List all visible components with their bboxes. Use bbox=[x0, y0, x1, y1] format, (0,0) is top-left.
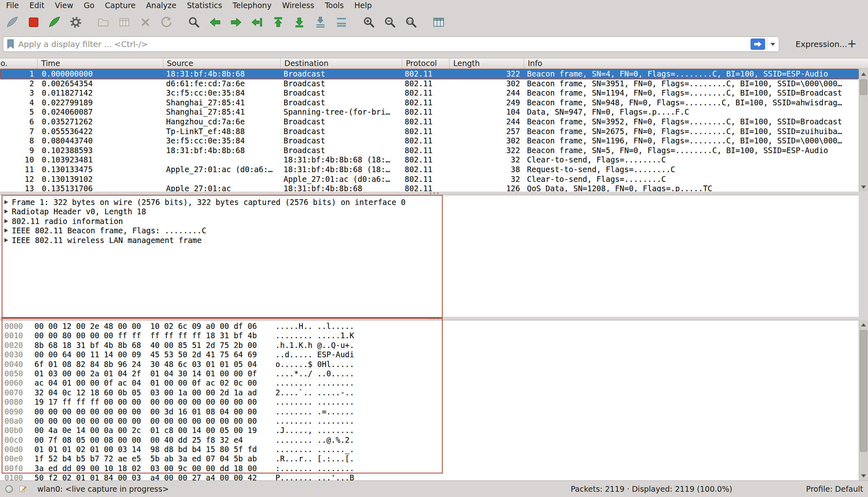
zoom-normal-button[interactable]: 1:1 bbox=[401, 13, 422, 32]
hex-row[interactable]: 0060 ac 04 01 00 00 0f ac 04 01 00 00 0f… bbox=[0, 378, 859, 388]
display-filter-box[interactable] bbox=[3, 36, 779, 52]
expander-arrow-icon[interactable] bbox=[4, 228, 8, 233]
hex-row[interactable]: 0020 8b 68 18 31 bf 4b 8b 68 40 00 85 51… bbox=[0, 341, 859, 350]
packet-row[interactable]: 12 0.130139102 Apple_27:01:ac (d0:a6:… 8… bbox=[0, 175, 859, 184]
menu-item[interactable]: View bbox=[50, 0, 79, 11]
hex-row[interactable]: 0080 19 17 ff ff ff 00 00 00 00 00 00 00… bbox=[0, 397, 859, 407]
column-header[interactable]: Time bbox=[38, 58, 163, 68]
scroll-down-button[interactable] bbox=[859, 182, 868, 192]
scroll-down-button[interactable] bbox=[859, 471, 868, 480]
detail-tree-row[interactable]: Frame 1: 322 bytes on wire (2576 bits), … bbox=[0, 197, 859, 207]
capture-comment-icon[interactable] bbox=[19, 485, 27, 493]
apply-filter-button[interactable] bbox=[751, 38, 765, 50]
hex-row[interactable]: 0070 32 04 0c 12 18 60 0b 05 03 00 1a 00… bbox=[0, 388, 859, 397]
expander-arrow-icon[interactable] bbox=[4, 238, 8, 242]
hex-row[interactable]: 0090 00 00 00 00 00 00 00 00 00 3d 16 01… bbox=[0, 407, 859, 416]
column-header[interactable]: Protocol bbox=[402, 58, 450, 68]
profile-button[interactable]: Profile: Default bbox=[806, 484, 863, 493]
packet-list-header: No.TimeSourceDestinationProtocolLengthIn… bbox=[0, 58, 868, 69]
expander-arrow-icon[interactable] bbox=[4, 219, 8, 223]
hex-row[interactable]: 0050 01 03 00 00 2a 01 04 2f 01 04 30 14… bbox=[0, 369, 859, 378]
scrollbar-thumb[interactable] bbox=[860, 79, 867, 95]
menu-item[interactable]: Edit bbox=[24, 0, 50, 11]
menu-item[interactable]: Go bbox=[79, 0, 100, 11]
packet-row[interactable]: 5 0.024060087 Shanghai_27:85:41 Spanning… bbox=[0, 107, 859, 117]
expander-arrow-icon[interactable] bbox=[4, 200, 8, 204]
menu-item[interactable]: Wireless bbox=[277, 0, 320, 11]
detail-tree-row[interactable]: Radiotap Header v0, Length 18 bbox=[0, 207, 859, 217]
packet-row[interactable]: 8 0.080443740 3e:f5:cc:0e:35:84 Broadcas… bbox=[0, 136, 859, 146]
menu-item[interactable]: Capture bbox=[100, 0, 141, 11]
go-forward-button[interactable] bbox=[226, 13, 247, 32]
hex-ascii: :....... ........ bbox=[275, 464, 354, 473]
hex-row[interactable]: 00f0 3a ed dd 09 00 10 18 02 03 00 9c 00… bbox=[0, 464, 859, 473]
filter-bookmark-icon[interactable] bbox=[7, 39, 14, 49]
menu-item[interactable]: Statistics bbox=[181, 0, 227, 11]
column-header[interactable]: Source bbox=[163, 58, 281, 68]
column-header[interactable]: Length bbox=[450, 58, 524, 68]
add-filter-button[interactable]: + bbox=[843, 37, 861, 50]
packet-row[interactable]: 9 0.102388593 18:31:bf:4b:8b:68 Broadcas… bbox=[0, 146, 859, 156]
save-file-button[interactable] bbox=[114, 13, 135, 32]
hex-row[interactable]: 00d0 01 01 01 02 01 00 03 14 98 d8 bd b4… bbox=[0, 445, 859, 454]
detail-tree-row[interactable]: IEEE 802.11 wireless LAN management fram… bbox=[0, 235, 859, 245]
stop-capture-button[interactable] bbox=[23, 13, 44, 32]
close-file-button[interactable] bbox=[135, 13, 156, 32]
open-file-button[interactable] bbox=[93, 13, 114, 32]
expert-info-icon[interactable] bbox=[5, 485, 13, 493]
packet-row[interactable]: 3 0.011827142 3c:f5:cc:0e:35:84 Broadcas… bbox=[0, 88, 859, 98]
hex-row[interactable]: 0040 6f 01 08 82 84 8b 96 24 30 48 6c 03… bbox=[0, 360, 859, 369]
column-header[interactable]: No. bbox=[0, 58, 38, 68]
restart-capture-button[interactable] bbox=[44, 13, 65, 32]
menu-item[interactable]: Telephony bbox=[227, 0, 277, 11]
auto-scroll-button[interactable] bbox=[310, 13, 331, 32]
find-packet-button[interactable] bbox=[183, 13, 205, 32]
packet-row[interactable]: 7 0.055536422 Tp-LinkT_ef:48:88 Broadcas… bbox=[0, 127, 859, 137]
expression-button[interactable]: Expression... bbox=[791, 37, 851, 51]
go-to-packet-button[interactable] bbox=[247, 13, 268, 32]
scrollbar-thumb[interactable] bbox=[860, 330, 867, 452]
packet-row[interactable]: 13 0.135131706 Apple_27:01:ac 18:31:bf:4… bbox=[0, 184, 859, 192]
zoom-out-button[interactable] bbox=[380, 13, 401, 32]
go-last-packet-button[interactable] bbox=[289, 13, 310, 32]
hex-row[interactable]: 0030 00 00 64 00 11 14 00 09 45 53 50 2d… bbox=[0, 350, 859, 359]
menu-item[interactable]: Tools bbox=[320, 0, 349, 11]
packet-row[interactable]: 1 0.000000000 18:31:bf:4b:8b:68 Broadcas… bbox=[0, 69, 859, 79]
column-header[interactable]: Destination bbox=[281, 58, 402, 68]
start-capture-button[interactable] bbox=[2, 13, 23, 32]
scroll-up-button[interactable] bbox=[859, 69, 868, 79]
hex-row[interactable]: 0010 00 00 80 00 00 00 ff ff ff ff ff ff… bbox=[0, 331, 859, 340]
hex-row[interactable]: 00b0 00 4a 0e 14 00 0a 00 2c 01 c8 00 14… bbox=[0, 426, 859, 435]
hex-row[interactable]: 00e0 1f 52 b4 b5 b7 72 ae e5 5b ab 3a ed… bbox=[0, 454, 859, 463]
pane-separator-top[interactable] bbox=[0, 192, 868, 195]
packet-row[interactable]: 11 0.130133475 Apple_27:01:ac (d0:a6:… 1… bbox=[0, 165, 859, 175]
packet-row[interactable]: 2 0.002654354 d6:61:fe:cd:7a:6e Broadcas… bbox=[0, 79, 859, 89]
packet-row[interactable]: 4 0.022799189 Shanghai_27:85:41 Broadcas… bbox=[0, 98, 859, 108]
expander-arrow-icon[interactable] bbox=[4, 209, 8, 213]
capture-options-button[interactable] bbox=[65, 13, 86, 32]
colorize-button[interactable] bbox=[331, 13, 352, 32]
packet-row[interactable]: 10 0.103923481 18:31:bf:4b:8b:68 (18:… 8… bbox=[0, 155, 859, 165]
menu-item[interactable]: Analyze bbox=[141, 0, 182, 11]
packet-row[interactable]: 6 0.035271262 Hangzhou_cd:7a:6e Broadcas… bbox=[0, 117, 859, 127]
resize-columns-button[interactable] bbox=[428, 13, 449, 32]
menu-item[interactable]: File bbox=[1, 0, 24, 11]
scroll-up-button[interactable] bbox=[859, 320, 868, 329]
go-back-button[interactable] bbox=[205, 13, 226, 32]
hex-row[interactable]: 00c0 00 7f 08 05 00 08 00 00 00 40 dd 25… bbox=[0, 435, 859, 445]
hex-row[interactable]: 00a0 00 00 00 00 00 00 00 00 00 00 00 00… bbox=[0, 416, 859, 426]
display-filter-input[interactable] bbox=[18, 39, 751, 49]
reload-button[interactable] bbox=[156, 13, 177, 32]
packet-bytes-scrollbar[interactable] bbox=[859, 320, 868, 480]
go-first-packet-button[interactable] bbox=[268, 13, 289, 32]
zoom-in-button[interactable] bbox=[358, 13, 380, 32]
column-header[interactable]: Info bbox=[524, 58, 868, 68]
detail-tree-row[interactable]: IEEE 802.11 Beacon frame, Flags: .......… bbox=[0, 226, 859, 236]
detail-tree-row[interactable]: 802.11 radio information bbox=[0, 216, 859, 226]
pane-separator-bottom[interactable] bbox=[0, 317, 868, 320]
menu-item[interactable]: Help bbox=[349, 0, 377, 11]
hex-row[interactable]: 0000 00 00 12 00 2e 48 00 00 10 02 6c 09… bbox=[0, 322, 859, 331]
hex-row[interactable]: 0100 50 f2 02 01 01 84 00 03 a4 00 00 27… bbox=[0, 473, 859, 480]
packet-list-scrollbar[interactable] bbox=[859, 69, 868, 192]
filter-history-dropdown[interactable] bbox=[767, 38, 778, 50]
